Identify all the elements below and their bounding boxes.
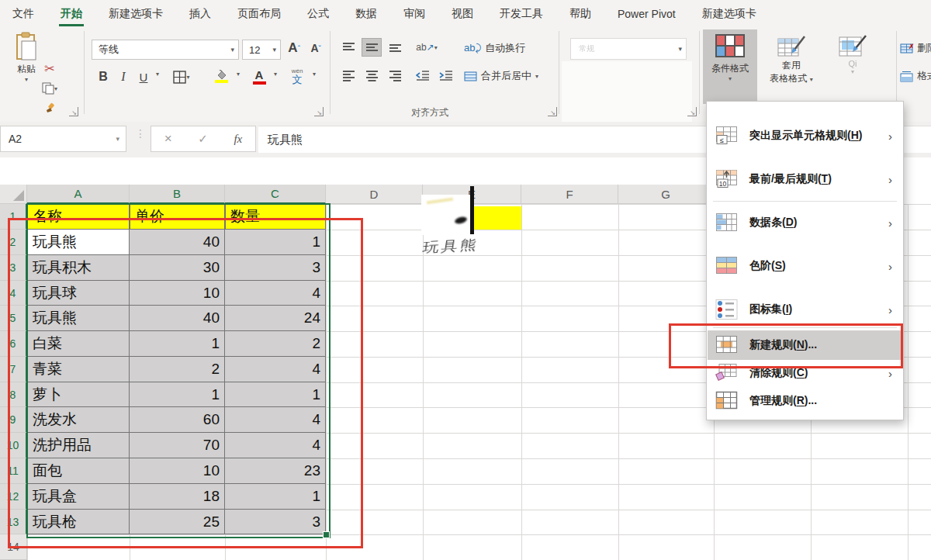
cell-C10[interactable]: 4 — [225, 433, 326, 458]
insert-function-button[interactable]: fx — [234, 133, 242, 146]
cf-menu-item-6[interactable]: 清除规则(C)› — [708, 360, 902, 386]
align-bottom-button[interactable] — [385, 38, 405, 57]
ribbon-tab-11[interactable]: Power Pivot — [616, 2, 677, 26]
ribbon-tab-0[interactable]: 文件 — [11, 1, 36, 27]
ribbon-tab-8[interactable]: 视图 — [450, 1, 475, 27]
cell-B6[interactable]: 1 — [130, 331, 225, 357]
cell-A11[interactable]: 面包 — [27, 458, 130, 484]
row-header-5[interactable]: 5 — [0, 306, 27, 331]
align-middle-button[interactable] — [362, 38, 382, 57]
ribbon-tab-1[interactable]: 开始 — [59, 1, 84, 27]
cell-A13[interactable]: 玩具枪 — [27, 510, 130, 534]
fill-handle[interactable] — [323, 531, 330, 538]
cf-menu-item-0[interactable]: ≤突出显示单元格规则(H)› — [708, 117, 902, 154]
cell-C7[interactable]: 4 — [225, 357, 326, 382]
cf-menu-item-2[interactable]: 数据条(D)› — [708, 204, 902, 241]
cell-A1[interactable]: 名称 — [27, 204, 130, 230]
phonetic-chevron[interactable]: ▾ — [309, 71, 320, 78]
font-name-combo[interactable]: 等线 ▾ — [92, 40, 239, 60]
cell-C8[interactable]: 1 — [225, 382, 326, 407]
conditional-formatting-button[interactable]: 条件格式 ▾ — [703, 29, 757, 104]
clipboard-dialog-launcher[interactable] — [69, 107, 78, 116]
cf-menu-item-5[interactable]: 新建规则(N)... — [708, 330, 902, 360]
name-box-chevron[interactable]: ▾ — [116, 135, 126, 143]
row-header-12[interactable]: 12 — [0, 484, 27, 510]
copy-button[interactable]: ▾ — [40, 80, 59, 97]
row-header-6[interactable]: 6 — [0, 331, 27, 357]
cell-A2[interactable]: 玩具熊 — [27, 230, 130, 255]
borders-button[interactable]: ▾ — [172, 67, 191, 86]
cell-B10[interactable]: 70 — [130, 433, 225, 458]
cell-C11[interactable]: 23 — [225, 458, 326, 484]
format-as-table-button[interactable]: 套用 表格格式 ▾ — [760, 29, 822, 104]
cell-A3[interactable]: 玩具积木 — [27, 255, 130, 281]
row-header-13[interactable]: 13 — [0, 510, 27, 534]
column-header-A[interactable]: A — [27, 185, 130, 204]
cell-C12[interactable]: 1 — [225, 484, 326, 510]
font-color-chevron[interactable]: ▾ — [270, 71, 281, 78]
ribbon-tab-6[interactable]: 数据 — [354, 1, 379, 27]
align-right-button[interactable] — [385, 66, 405, 85]
number-dialog-launcher[interactable] — [687, 107, 697, 116]
column-header-F[interactable]: F — [521, 185, 618, 204]
cut-button[interactable]: ✂ — [40, 60, 59, 77]
ribbon-tab-7[interactable]: 审阅 — [402, 1, 427, 27]
cell-B7[interactable]: 2 — [130, 357, 225, 382]
select-all-button[interactable] — [0, 185, 27, 204]
increase-font-button[interactable]: Aˆ — [284, 38, 304, 58]
column-header-G[interactable]: G — [618, 185, 714, 204]
font-dialog-launcher[interactable] — [314, 107, 324, 116]
cell-A4[interactable]: 玩具球 — [27, 281, 130, 306]
delete-cells-button[interactable]: ✗ 删除 — [900, 40, 931, 57]
ribbon-tab-5[interactable]: 公式 — [306, 1, 331, 27]
format-cells-button[interactable]: 格式 — [900, 67, 931, 85]
cell-C3[interactable]: 3 — [225, 255, 326, 281]
cell-C6[interactable]: 2 — [225, 331, 326, 357]
font-color-button[interactable]: A — [250, 66, 268, 86]
cell-B8[interactable]: 1 — [130, 382, 225, 407]
alignment-dialog-launcher[interactable] — [548, 107, 557, 116]
cf-menu-item-7[interactable]: 管理规则(R)... — [708, 388, 902, 414]
cell-B11[interactable]: 10 — [130, 458, 225, 484]
ribbon-tab-4[interactable]: 页面布局 — [236, 1, 282, 27]
row-header-2[interactable]: 2 — [0, 230, 27, 255]
cell-C4[interactable]: 4 — [225, 281, 326, 306]
cell-C1[interactable]: 数量 — [225, 204, 326, 230]
cell-A12[interactable]: 玩具盒 — [27, 484, 130, 510]
enter-button[interactable]: ✓ — [198, 132, 208, 146]
cell-A10[interactable]: 洗护用品 — [27, 433, 130, 458]
row-header-9[interactable]: 9 — [0, 407, 27, 433]
increase-indent-button[interactable] — [436, 66, 456, 85]
ribbon-tab-10[interactable]: 帮助 — [568, 1, 593, 27]
align-center-button[interactable] — [362, 66, 382, 85]
font-size-combo[interactable]: 12 ▾ — [242, 40, 281, 60]
cell-A5[interactable]: 玩具熊 — [27, 306, 130, 331]
cell-B2[interactable]: 40 — [130, 230, 225, 255]
row-header-4[interactable]: 4 — [0, 281, 27, 306]
cell-A8[interactable]: 萝卜 — [27, 382, 130, 407]
cell-B4[interactable]: 10 — [130, 281, 225, 306]
cell-A9[interactable]: 洗发水 — [27, 407, 130, 433]
cell-B13[interactable]: 25 — [130, 510, 225, 534]
column-header-B[interactable]: B — [130, 185, 225, 204]
underline-menu-chevron[interactable]: ▾ — [152, 71, 163, 78]
cell-A7[interactable]: 青菜 — [27, 357, 130, 382]
cell-C9[interactable]: 4 — [225, 407, 326, 433]
italic-button[interactable]: I — [115, 67, 132, 86]
cell-B1[interactable]: 单价 — [130, 204, 225, 230]
ribbon-tab-3[interactable]: 插入 — [188, 1, 213, 27]
cf-menu-item-1[interactable]: 10最前/最后规则(T)› — [708, 161, 902, 198]
row-header-14[interactable]: 14 — [0, 534, 27, 560]
cancel-button[interactable]: × — [164, 131, 172, 147]
name-box[interactable]: A2 ▾ — [0, 126, 126, 152]
row-header-10[interactable]: 10 — [0, 433, 27, 458]
fill-color-button[interactable] — [211, 66, 231, 86]
cell-C13[interactable]: 3 — [225, 510, 326, 534]
ribbon-tab-9[interactable]: 开发工具 — [498, 1, 545, 27]
row-header-3[interactable]: 3 — [0, 255, 27, 281]
orientation-button[interactable]: ab↗▾ — [413, 38, 441, 57]
row-header-1[interactable]: 1 — [0, 204, 27, 230]
cell-B5[interactable]: 40 — [130, 306, 225, 331]
row-header-8[interactable]: 8 — [0, 382, 27, 407]
format-painter-button[interactable] — [40, 100, 59, 117]
